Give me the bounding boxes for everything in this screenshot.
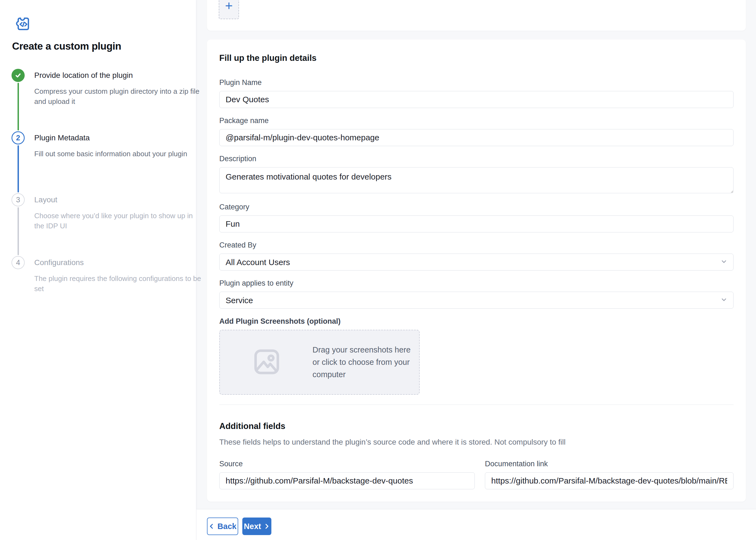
step-connector-complete: [18, 83, 19, 130]
main-content: + Fill up the plugin details Plugin Name…: [196, 0, 756, 540]
additional-fields-subtext: These fields helps to understand the plu…: [219, 438, 733, 447]
add-plugin-tile[interactable]: +: [219, 0, 239, 19]
step-title: Layout: [34, 193, 182, 204]
step-connector-active: [18, 145, 19, 193]
description-textarea[interactable]: Generates motivational quotes for develo…: [219, 167, 733, 193]
next-button[interactable]: Next: [242, 517, 271, 535]
step-description: The plugin requires the following config…: [34, 274, 204, 294]
created-by-label: Created By: [219, 241, 733, 249]
footer: Back Next: [196, 509, 756, 540]
back-button[interactable]: Back: [207, 517, 238, 535]
upload-card: +: [207, 0, 746, 31]
screenshots-field: Add Plugin Screenshots (optional) Drag y…: [219, 317, 733, 395]
plus-icon: +: [225, 0, 233, 14]
wizard-stepper: Provide location of the plugin Compress …: [0, 0, 196, 540]
package-name-label: Package name: [219, 116, 733, 125]
dropzone-text: Drag your screenshots here or click to c…: [313, 344, 419, 381]
step-connector-upcoming: [18, 207, 19, 255]
description-label: Description: [219, 155, 733, 163]
created-by-field: Created By All Account Users: [219, 241, 733, 271]
category-input[interactable]: [219, 215, 733, 232]
source-label: Source: [219, 460, 475, 468]
step-title: Provide location of the plugin: [34, 69, 182, 80]
screenshots-label: Add Plugin Screenshots (optional): [219, 317, 733, 326]
step-title: Configurations: [34, 256, 182, 267]
documentation-link-field: Documentation link: [485, 460, 733, 489]
step-description: Fill out some basic information about yo…: [34, 149, 204, 159]
description-field: Description Generates motivational quote…: [219, 155, 733, 194]
applies-to-field: Plugin applies to entity Service: [219, 279, 733, 309]
step-number-badge: 2: [12, 131, 25, 144]
created-by-select[interactable]: All Account Users: [219, 254, 733, 271]
source-input[interactable]: [219, 472, 475, 489]
step-title: Plugin Metadata: [34, 131, 182, 142]
package-name-field: Package name: [219, 116, 733, 146]
chevron-right-icon: [264, 523, 270, 529]
screenshot-dropzone[interactable]: Drag your screenshots here or click to c…: [219, 330, 420, 395]
step-description: Choose where you’d like your plugin to s…: [34, 211, 204, 231]
category-label: Category: [219, 203, 733, 211]
step-description: Compress your custom plugin directory in…: [34, 86, 204, 107]
source-field: Source: [219, 460, 475, 489]
plugin-name-field: Plugin Name: [219, 78, 733, 108]
create-plugin-wizard: Create a custom plugin Provide location …: [0, 0, 756, 540]
step-number-badge: 4: [12, 256, 25, 269]
plugin-name-label: Plugin Name: [219, 78, 733, 87]
step-complete-check-icon: [12, 69, 25, 82]
applies-to-select[interactable]: Service: [219, 292, 733, 309]
plugin-details-card: Fill up the plugin details Plugin Name P…: [207, 40, 746, 502]
section-divider: [219, 405, 733, 405]
applies-to-label: Plugin applies to entity: [219, 279, 733, 288]
plugin-name-input[interactable]: [219, 91, 733, 108]
documentation-link-label: Documentation link: [485, 460, 733, 468]
form-heading: Fill up the plugin details: [219, 53, 733, 63]
package-name-input[interactable]: [219, 129, 733, 146]
category-field: Category: [219, 203, 733, 232]
sidebar: Create a custom plugin Provide location …: [0, 0, 196, 540]
additional-fields-heading: Additional fields: [219, 421, 733, 431]
chevron-left-icon: [208, 523, 215, 529]
image-icon: [251, 346, 283, 379]
step-number-badge: 3: [12, 193, 25, 206]
documentation-link-input[interactable]: [485, 472, 733, 489]
